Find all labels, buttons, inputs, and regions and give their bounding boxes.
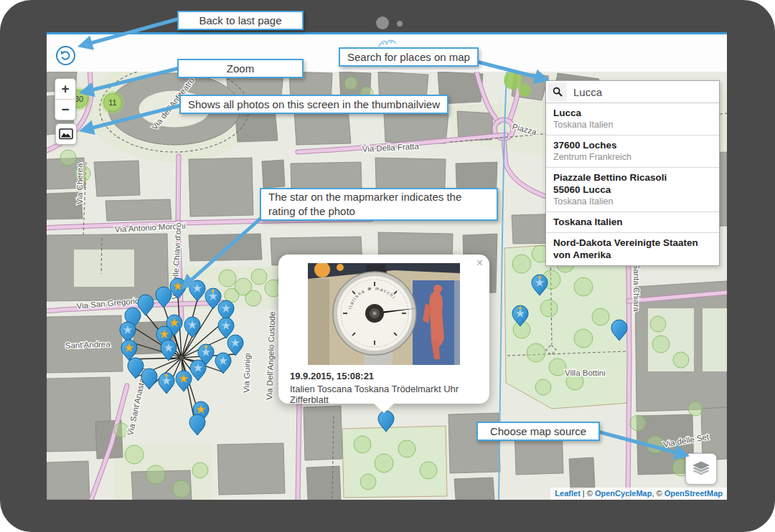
tablet-frame: Via dell'AnfiteatroVia ChereaVia Antonio… [0, 0, 775, 532]
search-result-item[interactable]: Piazzale Bettino Ricasoli55060 LuccaTosk… [546, 168, 719, 212]
street-label: Sant'Andrea [65, 340, 111, 350]
result-subtitle: Toskana Italien [553, 120, 712, 130]
openstreetmap-link[interactable]: OpenStreetMap [664, 489, 723, 498]
photo-thumbnail: italiana ❋ macchi [308, 263, 460, 365]
result-subtitle: Toskana Italien [553, 196, 712, 207]
search-icon-button[interactable] [548, 82, 567, 101]
street-label: Via Cherea [75, 163, 84, 204]
zoom-control: + − [55, 78, 76, 120]
image-icon [59, 128, 73, 140]
zoom-in-button[interactable]: + [55, 79, 75, 100]
photo-tags: Italien Toscana Toskana Trödelmarkt Uhr … [290, 384, 481, 405]
thumbnail-view-button[interactable] [55, 123, 77, 145]
result-title: Piazzale Bettino Ricasoli [553, 171, 712, 184]
zoom-out-button[interactable]: − [55, 100, 75, 120]
result-title: Nord-Dakota Vereinigte Staaten von Ameri… [553, 237, 712, 261]
search-results: LuccaToskana Italien37600 LochesZentrum … [546, 103, 719, 265]
result-title: 37600 Loches [553, 139, 712, 151]
park-bottom [342, 426, 447, 498]
result-title: 55060 Lucca [553, 184, 712, 196]
marker-cluster[interactable]: 11 [101, 91, 124, 114]
search-panel: LuccaToskana Italien37600 LochesZentrum … [545, 80, 720, 266]
sensor-dot-icon [397, 21, 403, 27]
undo-arrow-icon [60, 49, 72, 62]
opencyclemap-link[interactable]: OpenCycleMap [595, 489, 652, 498]
camera-dot-icon [376, 16, 389, 29]
photo-date: 19.9.2015, 15:08:21 [290, 371, 374, 381]
zoom-out-label: − [61, 102, 69, 118]
search-result-item[interactable]: Nord-Dakota Vereinigte Staaten von Ameri… [546, 233, 719, 265]
header-ornament-icon [377, 37, 398, 50]
search-result-item[interactable]: 37600 LochesZentrum Frankreich [546, 136, 719, 168]
result-title: Lucca [553, 107, 712, 119]
close-icon[interactable]: × [476, 257, 483, 269]
map-attribution: Leaflet | © OpenCycleMap, © OpenStreetMa… [550, 488, 727, 500]
app-window: Via dell'AnfiteatroVia ChereaVia Antonio… [47, 32, 727, 500]
cluster-count: 11 [108, 98, 116, 107]
result-title: Toskana Italien [553, 216, 712, 228]
search-icon [553, 87, 563, 97]
search-input[interactable] [567, 85, 711, 99]
screenshot-stage: Via dell'AnfiteatroVia ChereaVia Antonio… [0, 0, 775, 532]
photo-popup: × [278, 255, 489, 404]
app-header [47, 34, 727, 72]
search-result-item[interactable]: LuccaToskana Italien [546, 103, 719, 136]
map-source-button[interactable] [685, 453, 717, 485]
attr-sep1: | © [581, 489, 595, 498]
map-area: Via dell'AnfiteatroVia ChereaVia Antonio… [47, 72, 727, 500]
result-subtitle: Zentrum Frankreich [553, 152, 712, 163]
layers-icon [691, 460, 711, 478]
street-label: Villa Bottini [565, 369, 606, 377]
street-label: Via Guinigi [242, 353, 252, 393]
search-result-item[interactable]: Toskana Italien [546, 212, 719, 233]
leaflet-link[interactable]: Leaflet [555, 489, 580, 498]
attr-sep2: , © [652, 489, 664, 498]
zoom-in-label: + [61, 81, 69, 97]
search-row [546, 81, 719, 103]
back-button[interactable] [56, 46, 75, 65]
